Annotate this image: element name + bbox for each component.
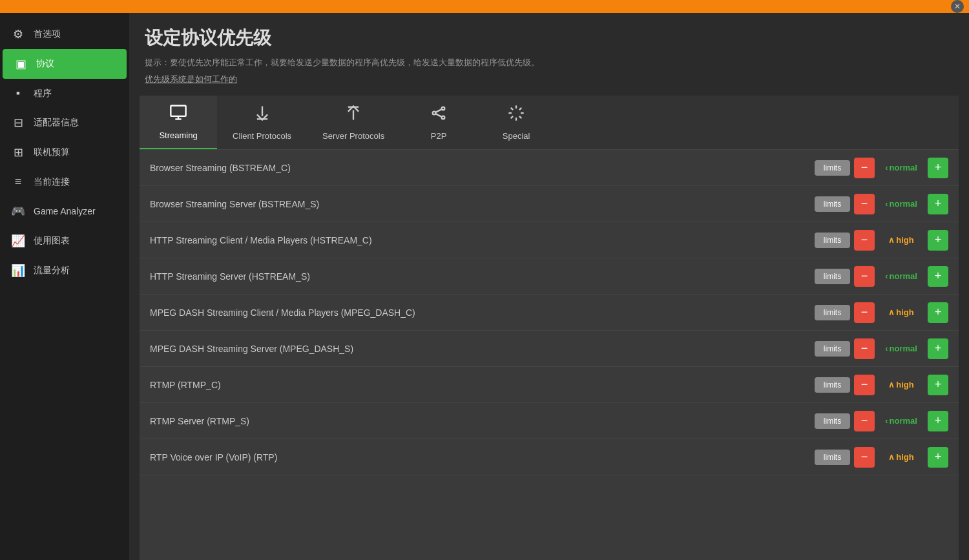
priority-label-3: normal (890, 271, 917, 281)
limits-button-8[interactable]: limits (815, 450, 850, 465)
svg-point-5 (442, 116, 445, 119)
adapter-info-icon: ⊟ (10, 116, 26, 130)
server-protocols-tab-icon (344, 104, 362, 126)
plus-button-8[interactable]: + (928, 447, 948, 468)
priority-arrow-4: ∧ (888, 307, 895, 317)
table-row: HTTP Streaming Server (HSTREAM_S) limits… (140, 258, 959, 295)
sidebar-item-programs[interactable]: ▪ 程序 (0, 79, 129, 108)
plus-button-4[interactable]: + (928, 302, 948, 323)
close-button[interactable]: ✕ (951, 0, 964, 13)
table-row: MPEG DASH Streaming Server (MPEG_DASH_S)… (140, 331, 959, 367)
priority-arrow-3: ‹ (885, 271, 888, 281)
protocol-name-3: HTTP Streaming Server (HSTREAM_S) (150, 271, 815, 282)
svg-point-4 (442, 107, 445, 110)
tab-label-p2p: P2P (431, 131, 447, 141)
limits-button-4[interactable]: limits (815, 305, 850, 320)
svg-point-3 (433, 112, 436, 115)
row-controls-7: limits − ‹normal + (815, 411, 948, 431)
limits-button-1[interactable]: limits (815, 196, 850, 212)
tab-server-protocols[interactable]: Server Protocols (307, 96, 400, 149)
minus-button-0[interactable]: − (854, 158, 875, 178)
plus-icon-5: + (935, 342, 942, 355)
tab-client-protocols[interactable]: Client Protocols (217, 96, 307, 149)
priority-arrow-5: ‹ (885, 344, 888, 353)
limits-button-6[interactable]: limits (815, 377, 850, 393)
priority-label-6: high (896, 380, 913, 389)
limits-button-0[interactable]: limits (815, 160, 850, 176)
svg-line-15 (511, 116, 513, 118)
minus-button-1[interactable]: − (854, 194, 875, 214)
priority-arrow-2: ∧ (888, 235, 895, 245)
plus-button-0[interactable]: + (928, 158, 948, 178)
tab-label-special: Special (503, 131, 530, 141)
limits-button-3[interactable]: limits (815, 269, 850, 284)
sidebar-item-traffic-analysis[interactable]: 📊 流量分析 (0, 256, 129, 285)
how-priority-works-link[interactable]: 优先级系统是如何工作的 (145, 74, 953, 85)
row-controls-2: limits − ∧high + (815, 230, 948, 251)
sidebar-label-usage-chart: 使用图表 (34, 235, 70, 247)
svg-rect-0 (171, 106, 185, 116)
plus-button-5[interactable]: + (928, 338, 948, 359)
plus-button-7[interactable]: + (928, 411, 948, 431)
minus-icon-3: − (861, 269, 868, 283)
svg-line-14 (519, 108, 521, 110)
tab-special[interactable]: Special (477, 96, 555, 149)
minus-button-5[interactable]: − (854, 338, 875, 359)
minus-button-7[interactable]: − (854, 411, 875, 431)
protocol-name-5: MPEG DASH Streaming Server (MPEG_DASH_S) (150, 344, 815, 354)
plus-button-1[interactable]: + (928, 194, 948, 214)
priority-arrow-0: ‹ (885, 163, 888, 172)
close-icon: ✕ (954, 2, 961, 11)
main-content: 设定协议优先级 提示：要使优先次序能正常工作，就要给发送少量数据的程序高优先级，… (129, 13, 969, 560)
sidebar-item-protocols[interactable]: ▣ 协议 (3, 49, 127, 79)
plus-button-3[interactable]: + (928, 266, 948, 287)
tab-streaming[interactable]: Streaming (140, 96, 217, 149)
table-row: Browser Streaming Server (BSTREAM_S) lim… (140, 186, 959, 222)
sidebar: ⚙ 首选项 ▣ 协议 ▪ 程序 ⊟ 适配器信息 ⊞ 联机预算 ≡ 当前连接 🎮 … (0, 13, 129, 560)
minus-icon-2: − (861, 233, 868, 247)
sidebar-item-usage-chart[interactable]: 📈 使用图表 (0, 226, 129, 256)
sidebar-label-traffic-analysis: 流量分析 (34, 265, 70, 276)
protocols-icon: ▣ (13, 57, 28, 71)
sidebar-label-preferences: 首选项 (34, 28, 61, 40)
sidebar-item-current-connections[interactable]: ≡ 当前连接 (0, 167, 129, 196)
budget-icon: ⊞ (10, 145, 26, 160)
priority-badge-1: ‹normal (879, 196, 924, 211)
tab-label-streaming: Streaming (159, 130, 197, 140)
protocol-name-0: Browser Streaming (BSTREAM_C) (150, 163, 815, 173)
minus-button-4[interactable]: − (854, 302, 875, 323)
minus-icon-1: − (861, 197, 868, 211)
minus-icon-5: − (861, 342, 868, 355)
protocol-table: Browser Streaming (BSTREAM_C) limits − ‹… (140, 150, 959, 560)
priority-badge-5: ‹normal (879, 341, 924, 356)
limits-button-5[interactable]: limits (815, 341, 850, 357)
minus-button-8[interactable]: − (854, 447, 875, 468)
priority-badge-6: ∧high (879, 377, 924, 392)
page-hint: 提示：要使优先次序能正常工作，就要给发送少量数据的程序高优先级，给发送大量数据的… (145, 57, 953, 68)
limits-button-7[interactable]: limits (815, 413, 850, 429)
minus-button-3[interactable]: − (854, 266, 875, 287)
top-bar: ✕ (0, 0, 969, 13)
minus-button-2[interactable]: − (854, 230, 875, 251)
priority-arrow-6: ∧ (888, 380, 895, 389)
table-row: Browser Streaming (BSTREAM_C) limits − ‹… (140, 150, 959, 186)
sidebar-item-preferences[interactable]: ⚙ 首选项 (0, 19, 129, 49)
tab-p2p[interactable]: P2P (400, 96, 477, 149)
programs-icon: ▪ (10, 87, 26, 100)
tab-bar: Streaming Client Protocols Server Protoc… (140, 96, 959, 150)
sidebar-item-budget[interactable]: ⊞ 联机预算 (0, 138, 129, 167)
plus-button-6[interactable]: + (928, 375, 948, 395)
limits-button-2[interactable]: limits (815, 233, 850, 248)
priority-badge-8: ∧high (879, 450, 924, 464)
minus-button-6[interactable]: − (854, 375, 875, 395)
current-connections-icon: ≡ (10, 175, 26, 189)
app-layout: ⚙ 首选项 ▣ 协议 ▪ 程序 ⊟ 适配器信息 ⊞ 联机预算 ≡ 当前连接 🎮 … (0, 13, 969, 560)
plus-icon-3: + (935, 269, 942, 283)
plus-button-2[interactable]: + (928, 230, 948, 251)
plus-icon-7: + (935, 414, 942, 428)
sidebar-item-adapter-info[interactable]: ⊟ 适配器信息 (0, 108, 129, 138)
table-row: MPEG DASH Streaming Client / Media Playe… (140, 295, 959, 331)
sidebar-item-game-analyzer[interactable]: 🎮 Game Analyzer (0, 196, 129, 226)
minus-icon-7: − (861, 414, 868, 428)
priority-arrow-1: ‹ (885, 199, 888, 209)
